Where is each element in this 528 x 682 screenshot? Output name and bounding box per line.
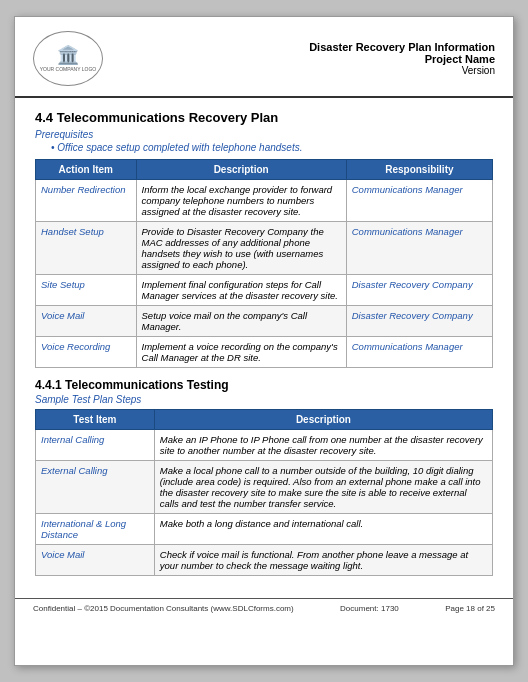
logo: 🏛️ YOUR COMPANY LOGO [33, 31, 103, 86]
header: 🏛️ YOUR COMPANY LOGO Disaster Recovery P… [15, 17, 513, 98]
table-row: Voice Mail Setup voice mail on the compa… [36, 306, 493, 337]
header-main-title: Disaster Recovery Plan Information [309, 41, 495, 53]
prerequisites-item: • Office space setup completed with tele… [51, 142, 493, 153]
footer-confidential: Confidential – ©2015 Documentation Consu… [33, 604, 294, 613]
desc-cell: Inform the local exchange provider to fo… [136, 180, 346, 222]
logo-text: YOUR COMPANY LOGO [40, 66, 97, 72]
testing-table: Test Item Description Internal Calling M… [35, 409, 493, 576]
col-test-item: Test Item [36, 410, 155, 430]
col-test-desc: Description [154, 410, 492, 430]
table-row: Handset Setup Provide to Disaster Recove… [36, 222, 493, 275]
header-title: Disaster Recovery Plan Information Proje… [309, 41, 495, 76]
subsection-heading: 4.4.1 Telecommunications Testing [35, 378, 493, 392]
desc-cell: Setup voice mail on the company's Call M… [136, 306, 346, 337]
test-item-cell: External Calling [36, 461, 155, 514]
header-version: Version [309, 65, 495, 76]
table-row: Voice Mail Check if voice mail is functi… [36, 545, 493, 576]
test-desc-cell: Make a local phone call to a number outs… [154, 461, 492, 514]
section-heading: 4.4 Telecommunications Recovery Plan [35, 110, 493, 125]
table-row: Internal Calling Make an IP Phone to IP … [36, 430, 493, 461]
table-row: Number Redirection Inform the local exch… [36, 180, 493, 222]
desc-cell: Implement a voice recording on the compa… [136, 337, 346, 368]
action-cell: Site Setup [36, 275, 137, 306]
resp-cell: Disaster Recovery Company [346, 275, 492, 306]
desc-cell: Implement final configuration steps for … [136, 275, 346, 306]
page: 🏛️ YOUR COMPANY LOGO Disaster Recovery P… [14, 16, 514, 666]
table-row: Site Setup Implement final configuration… [36, 275, 493, 306]
desc-cell: Provide to Disaster Recovery Company the… [136, 222, 346, 275]
resp-cell: Communications Manager [346, 337, 492, 368]
col-action: Action Item [36, 160, 137, 180]
sample-label: Sample Test Plan Steps [35, 394, 493, 405]
test-item-cell: International & Long Distance [36, 514, 155, 545]
test-desc-cell: Make an IP Phone to IP Phone call from o… [154, 430, 492, 461]
action-cell: Number Redirection [36, 180, 137, 222]
content: 4.4 Telecommunications Recovery Plan Pre… [15, 98, 513, 594]
action-cell: Voice Mail [36, 306, 137, 337]
table-row: Voice Recording Implement a voice record… [36, 337, 493, 368]
logo-icon: 🏛️ [57, 46, 79, 64]
test-desc-cell: Make both a long distance and internatio… [154, 514, 492, 545]
col-resp: Responsibility [346, 160, 492, 180]
footer-page: Page 18 of 25 [445, 604, 495, 613]
table-row: International & Long Distance Make both … [36, 514, 493, 545]
resp-cell: Disaster Recovery Company [346, 306, 492, 337]
footer-document: Document: 1730 [340, 604, 399, 613]
header-project-name: Project Name [309, 53, 495, 65]
recovery-table: Action Item Description Responsibility N… [35, 159, 493, 368]
test-item-cell: Internal Calling [36, 430, 155, 461]
test-item-cell: Voice Mail [36, 545, 155, 576]
resp-cell: Communications Manager [346, 222, 492, 275]
prerequisites-label: Prerequisites [35, 129, 493, 140]
footer: Confidential – ©2015 Documentation Consu… [15, 598, 513, 618]
action-cell: Handset Setup [36, 222, 137, 275]
test-desc-cell: Check if voice mail is functional. From … [154, 545, 492, 576]
resp-cell: Communications Manager [346, 180, 492, 222]
table-row: External Calling Make a local phone call… [36, 461, 493, 514]
col-desc: Description [136, 160, 346, 180]
action-cell: Voice Recording [36, 337, 137, 368]
